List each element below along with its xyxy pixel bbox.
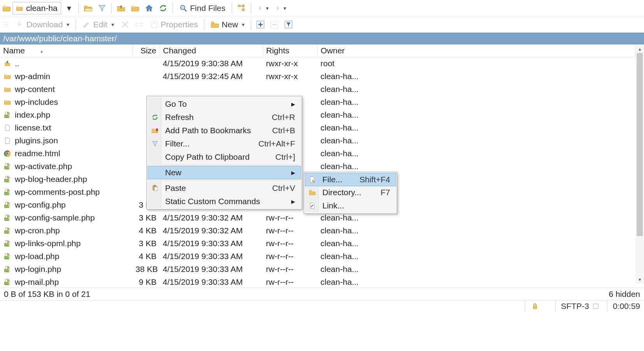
table-header-row: Name▴ Size Changed Rights Owner xyxy=(0,44,635,57)
php-icon xyxy=(3,213,12,222)
php-icon xyxy=(3,278,12,286)
open-folder-button[interactable] xyxy=(82,2,94,14)
home-button[interactable] xyxy=(143,2,155,14)
menu-item-paste[interactable]: PasteCtrl+V xyxy=(148,182,301,195)
vertical-scrollbar[interactable]: ▴ ▾ xyxy=(635,44,644,288)
bookmark-icon xyxy=(151,126,159,135)
file-rights: rwxr-xr-x xyxy=(263,57,317,70)
nav-back-button[interactable]: ▾ xyxy=(254,2,270,14)
table-row[interactable]: wp-cron.php4 KB4/15/2019 9:30:32 AMrw-r-… xyxy=(0,224,635,237)
edit-button[interactable]: Edit ▾ xyxy=(79,18,117,31)
txt-icon xyxy=(3,136,12,145)
table-row[interactable]: wp-mail.php9 KB4/15/2019 9:30:33 AMrw-r-… xyxy=(0,276,635,289)
scroll-up-arrow[interactable]: ▴ xyxy=(635,44,644,53)
deselect-all-button[interactable] xyxy=(268,18,281,31)
table-row[interactable]: plugins.jsonclean-ha... xyxy=(0,134,635,147)
protocol-label: SFTP-3 xyxy=(561,302,589,311)
scroll-down-arrow[interactable]: ▾ xyxy=(635,275,644,284)
remote-folder-dropdown[interactable]: clean-ha xyxy=(12,2,61,14)
file-owner: clean-ha... xyxy=(317,134,635,147)
table-row[interactable]: wp-activate.php7clean-ha... xyxy=(0,160,635,173)
file-name: wp-activate.php xyxy=(15,162,72,171)
menu-separator xyxy=(164,180,299,180)
file-owner: clean-ha... xyxy=(317,122,635,134)
local-drive-icon[interactable] xyxy=(2,4,11,12)
column-header-rights[interactable]: Rights xyxy=(263,44,317,57)
php-icon xyxy=(3,239,12,248)
menu-separator xyxy=(164,165,299,165)
filter-button[interactable] xyxy=(96,2,108,14)
parent-folder-button[interactable] xyxy=(115,2,127,14)
column-header-changed[interactable]: Changed xyxy=(160,44,263,57)
folder-icon xyxy=(3,98,12,106)
delete-button[interactable] xyxy=(119,18,131,31)
file-table: Name▴ Size Changed Rights Owner ..4/15/2… xyxy=(0,44,635,289)
find-files-button[interactable]: Find Files xyxy=(176,2,229,14)
php-icon xyxy=(3,111,12,119)
submenu-item-directory[interactable]: Directory...F7 xyxy=(305,186,396,199)
table-row[interactable]: wp-contentclean-ha... xyxy=(0,83,635,96)
nav-forward-button[interactable]: ▾ xyxy=(272,2,288,14)
php-icon xyxy=(3,265,12,273)
menu-item-refresh[interactable]: RefreshCtrl+R xyxy=(148,111,301,124)
remote-folder-name: clean-ha xyxy=(26,4,58,13)
select-all-button[interactable] xyxy=(254,18,267,31)
sort-asc-icon: ▴ xyxy=(40,48,43,54)
table-row[interactable]: wp-includesclean-ha... xyxy=(0,96,635,109)
table-row[interactable]: wp-login.php38 KB4/15/2019 9:30:33 AMrw-… xyxy=(0,263,635,276)
scroll-thumb[interactable] xyxy=(637,53,643,236)
php-icon xyxy=(3,175,12,183)
elapsed-time: 0:00:59 xyxy=(613,302,640,311)
file-name: wp-login.php xyxy=(15,265,61,274)
column-header-name[interactable]: Name▴ xyxy=(0,44,132,57)
table-row[interactable]: wp-load.php4 KB4/15/2019 9:30:33 AMrw-r-… xyxy=(0,250,635,263)
queue-icon xyxy=(2,20,11,29)
new-file-icon xyxy=(308,175,317,184)
submenu-item-file[interactable]: File...Shift+F4 xyxy=(305,173,396,186)
table-row[interactable]: index.phpclean-ha... xyxy=(0,109,635,122)
menu-item-new[interactable]: New▶ xyxy=(148,166,301,179)
file-owner: clean-ha... xyxy=(317,276,635,289)
file-name: wp-includes xyxy=(15,97,58,107)
file-changed: 4/15/2019 9:30:33 AM xyxy=(160,263,263,276)
rename-button[interactable] xyxy=(133,18,145,31)
file-name: wp-load.php xyxy=(15,252,59,261)
scroll-track[interactable] xyxy=(635,53,644,275)
file-owner: clean-ha... xyxy=(317,160,635,173)
menu-item-filter[interactable]: Filter...Ctrl+Alt+F xyxy=(148,137,301,150)
tree-button[interactable] xyxy=(235,2,248,14)
connection-status-bar: SFTP-3 0:00:59 xyxy=(0,300,644,312)
file-size: 3 KB xyxy=(132,237,160,250)
properties-button[interactable]: Properties xyxy=(147,18,201,31)
txt-icon xyxy=(3,123,12,132)
menu-item-bookmark[interactable]: Add Path to BookmarksCtrl+B xyxy=(148,124,301,137)
column-header-size[interactable]: Size xyxy=(132,44,160,57)
file-name: wp-mail.php xyxy=(15,277,59,287)
new-dropdown-button[interactable]: New▾ xyxy=(208,18,248,31)
submenu-item-link[interactable]: Link... xyxy=(305,199,396,212)
new-link-icon xyxy=(308,201,317,210)
table-row[interactable]: license.txt20clean-ha... xyxy=(0,122,635,134)
menu-item-copy-path[interactable]: Copy Path to ClipboardCtrl+] xyxy=(148,150,301,164)
table-row[interactable]: wp-admin4/15/2019 9:32:45 AMrwxr-xr-xcle… xyxy=(0,70,635,83)
file-name: wp-admin xyxy=(15,72,50,81)
file-changed: 4/15/2019 9:30:32 AM xyxy=(160,212,263,224)
php-icon xyxy=(3,252,12,261)
menu-item-goto[interactable]: Go To▶ xyxy=(148,97,301,111)
file-name: wp-cron.php xyxy=(15,226,60,235)
table-row[interactable]: readme.html8clean-ha... xyxy=(0,147,635,160)
path-bar[interactable]: /var/www/public/clean-hamster/ xyxy=(0,33,644,44)
table-row[interactable]: wp-links-opml.php3 KB4/15/2019 9:30:33 A… xyxy=(0,237,635,250)
folder-dropdown-caret[interactable]: ▾ xyxy=(63,2,75,14)
download-button[interactable]: Download ▾ xyxy=(12,18,72,31)
php-icon xyxy=(3,162,12,171)
column-header-owner[interactable]: Owner xyxy=(317,44,635,57)
folder-button-2[interactable] xyxy=(129,2,141,14)
paste-icon xyxy=(151,184,159,192)
table-row[interactable]: ..4/15/2019 9:30:38 AMrwxr-xr-xroot xyxy=(0,57,635,70)
filter-toggle-button[interactable] xyxy=(282,18,295,31)
svg-rect-18 xyxy=(593,304,598,309)
menu-item-custom-commands[interactable]: Static Custom Commands▶ xyxy=(148,195,301,208)
refresh-button[interactable] xyxy=(157,2,169,14)
file-changed xyxy=(160,83,263,96)
